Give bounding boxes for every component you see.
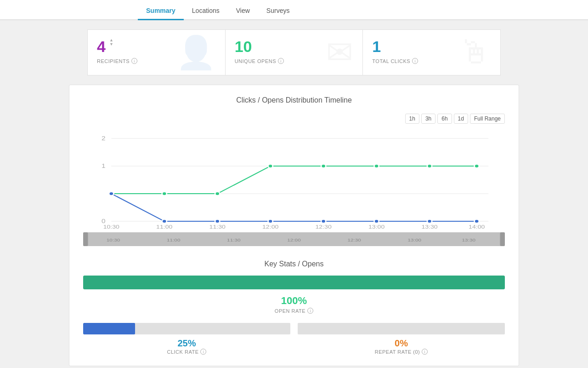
svg-point-18 [268,164,273,168]
open-rate-value: 100% [83,295,505,307]
recipients-bg-icon: 👤 [176,34,216,71]
svg-text:11:00: 11:00 [167,238,181,242]
chart-svg: 2 1 0 10:30 11:00 11:30 12:00 12:30 13:0… [88,129,500,230]
time-btn-1h[interactable]: 1h [405,114,419,124]
svg-text:13:30: 13:30 [421,224,437,230]
unique-opens-value: 10 [235,38,252,55]
click-rate-info-icon[interactable]: i [200,349,206,355]
tabs-bar: Summary Locations View Surveys [0,0,588,20]
svg-text:13:00: 13:00 [408,238,422,242]
time-range-buttons: 1h 3h 6h 1d Full Range [83,114,505,124]
click-rate-label: CLICK RATE i [83,349,290,355]
total-clicks-info-icon[interactable]: i [412,58,418,64]
svg-text:12:30: 12:30 [347,238,361,242]
unique-opens-info-icon[interactable]: i [278,58,284,64]
svg-text:2: 2 [102,136,106,142]
svg-point-28 [374,219,379,223]
open-rate-label: OPEN RATE i [83,308,505,314]
unique-opens-bg-icon: ✉ [326,34,353,71]
repeat-rate-bar-bg [298,323,505,334]
click-rate-bar-bg [83,323,290,334]
svg-point-26 [268,219,273,223]
chart-area: 2 1 0 10:30 11:00 11:30 12:00 12:30 13:0… [88,129,500,230]
svg-point-29 [427,219,432,223]
svg-text:12:00: 12:00 [262,224,278,230]
svg-text:1: 1 [102,163,106,169]
total-clicks-value: 1 [372,38,381,55]
svg-point-25 [215,219,220,223]
key-stats-title: Key Stats / Opens [83,260,505,268]
svg-text:13:30: 13:30 [462,238,476,242]
tab-surveys[interactable]: Surveys [258,2,298,20]
open-rate-bar [83,276,505,289]
repeat-rate-label: REPEAT RATE (0) i [298,349,505,355]
svg-point-30 [475,219,479,223]
stepper-down[interactable]: ▼ [109,42,113,46]
repeat-rate-info-icon[interactable]: i [422,349,428,355]
click-stats-row: 25% CLICK RATE i 0% REPEAT RATE (0) i [83,323,505,355]
svg-text:12:30: 12:30 [315,224,331,230]
svg-text:12:00: 12:00 [287,238,301,242]
repeat-rate-value: 0% [298,338,505,349]
repeat-rate-item: 0% REPEAT RATE (0) i [298,323,505,355]
svg-rect-41 [500,232,505,246]
svg-point-20 [374,164,379,168]
time-btn-3h[interactable]: 3h [421,114,435,124]
main-panel: Clicks / Opens Distribution Timeline 1h … [69,85,519,366]
svg-rect-40 [83,232,88,246]
svg-text:11:30: 11:30 [227,238,241,242]
svg-text:10:30: 10:30 [107,238,120,242]
recipients-stepper[interactable]: ▲ ▼ [109,38,113,46]
svg-text:11:30: 11:30 [209,224,226,230]
svg-point-16 [162,192,167,196]
svg-point-24 [162,219,167,223]
chart-title: Clicks / Opens Distribution Timeline [83,96,505,104]
time-btn-6h[interactable]: 6h [437,114,452,124]
recipients-info-icon[interactable]: i [131,58,137,64]
svg-text:11:00: 11:00 [156,224,172,230]
svg-point-27 [321,219,326,223]
svg-text:14:00: 14:00 [469,224,485,230]
time-btn-fullrange[interactable]: Full Range [470,114,505,124]
time-btn-1d[interactable]: 1d [454,114,468,124]
stats-row: 4 ▲ ▼ RECIPIENTS i 👤 10 UNIQU [87,29,501,75]
svg-point-23 [109,192,113,196]
svg-text:0: 0 [102,218,106,224]
tab-locations[interactable]: Locations [184,2,228,20]
chart-minimap[interactable]: 10:30 11:00 11:30 12:00 12:30 13:00 13:3… [83,232,505,246]
click-rate-value: 25% [83,338,290,349]
svg-point-17 [215,192,220,196]
open-rate-info-icon[interactable]: i [307,308,313,314]
page-wrapper: Summary Locations View Surveys 4 ▲ ▼ REC… [0,0,588,368]
svg-point-21 [427,164,432,168]
svg-point-22 [475,164,479,168]
stat-card-unique-opens: 10 UNIQUE OPENS i ✉ [226,29,363,75]
stat-card-total-clicks: 1 TOTAL CLICKS i 🖱 [363,29,501,75]
svg-text:10:30: 10:30 [103,224,119,230]
tab-summary[interactable]: Summary [138,2,184,20]
click-rate-item: 25% CLICK RATE i [83,323,290,355]
stat-card-recipients: 4 ▲ ▼ RECIPIENTS i 👤 [87,29,226,75]
click-rate-bar-fill [83,323,135,334]
total-clicks-bg-icon: 🖱 [459,34,491,71]
svg-point-19 [321,164,326,168]
svg-text:13:00: 13:00 [368,224,384,230]
tab-view[interactable]: View [228,2,258,20]
recipients-value: 4 [97,38,106,55]
minimap-svg: 10:30 11:00 11:30 12:00 12:30 13:00 13:3… [83,232,505,246]
